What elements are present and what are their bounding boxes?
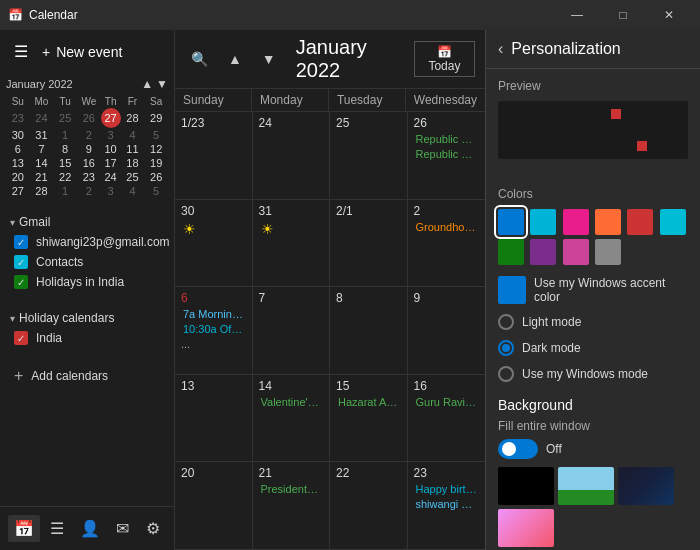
mini-cal-cell[interactable]: 16 — [77, 156, 101, 170]
color-swatch-red[interactable] — [627, 209, 653, 235]
mini-cal-cell[interactable]: 11 — [121, 142, 145, 156]
mail-button[interactable]: ✉ — [110, 515, 135, 542]
light-mode-option[interactable]: Light mode — [498, 309, 688, 335]
new-event-button[interactable]: + New event — [42, 44, 122, 60]
color-swatch-purple[interactable] — [530, 239, 556, 265]
settings-button[interactable]: ⚙ — [140, 515, 166, 542]
color-swatch-blue[interactable] — [498, 209, 524, 235]
mini-cal-cell[interactable]: 26 — [144, 170, 168, 184]
color-swatch-green[interactable] — [498, 239, 524, 265]
mini-cal-cell[interactable]: 28 — [121, 108, 145, 128]
mini-cal-cell[interactable]: 4 — [121, 184, 145, 198]
mini-cal-cell[interactable]: 2 — [77, 128, 101, 142]
mini-cal-cell[interactable]: 26 — [77, 108, 101, 128]
mini-cal-cell[interactable]: 2 — [77, 184, 101, 198]
color-swatch-pink[interactable] — [563, 209, 589, 235]
mini-cal-cell[interactable]: 25 — [53, 108, 77, 128]
calendar-cell[interactable]: 13 — [175, 375, 253, 463]
calendar-cell[interactable]: 30 ☀ — [175, 200, 253, 288]
sidebar-item-gmail[interactable]: ✓ shiwangi23p@gmail.com — [10, 232, 164, 252]
bg-thumb-abstract1[interactable] — [618, 467, 674, 505]
calendar-cell[interactable]: 16 Guru Ravidas Ja... — [408, 375, 486, 463]
mini-cal-cell[interactable]: 4 — [121, 128, 145, 142]
calendar-cell[interactable]: 14 Valentine's Day — [253, 375, 331, 463]
mini-cal-cell[interactable]: 6 — [6, 142, 30, 156]
calendar-cell[interactable]: 23 Happy birthday... shiwangi peswa... — [408, 462, 486, 550]
mini-cal-cell[interactable]: 18 — [121, 156, 145, 170]
calendar-cell[interactable]: 20 — [175, 462, 253, 550]
mini-cal-cell[interactable]: 10 — [101, 142, 121, 156]
calendar-view-button[interactable]: 📅 — [8, 515, 40, 542]
mini-cal-cell[interactable]: 1 — [53, 184, 77, 198]
mini-cal-cell[interactable]: 24 — [30, 108, 54, 128]
mini-cal-today[interactable]: 27 — [101, 108, 121, 128]
calendar-cell[interactable]: 2/1 — [330, 200, 408, 288]
color-swatch-teal[interactable] — [660, 209, 686, 235]
mini-cal-cell[interactable]: 25 — [121, 170, 145, 184]
minimize-button[interactable]: — — [554, 0, 600, 30]
mini-cal-cell[interactable]: 23 — [77, 170, 101, 184]
sidebar-item-contacts[interactable]: ✓ Contacts — [10, 252, 164, 272]
windows-mode-option[interactable]: Use my Windows mode — [498, 361, 688, 387]
sidebar-item-india[interactable]: ✓ India — [10, 328, 164, 348]
panel-back-button[interactable]: ‹ — [498, 40, 503, 58]
mini-cal-prev-button[interactable]: ▲ — [141, 77, 153, 91]
mini-cal-cell[interactable]: 20 — [6, 170, 30, 184]
mini-cal-cell[interactable]: 21 — [30, 170, 54, 184]
fill-window-toggle[interactable] — [498, 439, 538, 459]
mini-cal-cell[interactable]: 15 — [53, 156, 77, 170]
calendar-cell[interactable]: 22 — [330, 462, 408, 550]
mini-cal-cell[interactable]: 9 — [77, 142, 101, 156]
color-swatch-magenta[interactable] — [563, 239, 589, 265]
sidebar-item-holidays-india[interactable]: ✓ Holidays in India — [10, 272, 164, 292]
mini-cal-next-button[interactable]: ▼ — [156, 77, 168, 91]
mini-cal-cell[interactable]: 8 — [53, 142, 77, 156]
color-swatch-gray[interactable] — [595, 239, 621, 265]
today-button[interactable]: 📅 Today — [414, 41, 475, 77]
mini-cal-cell[interactable]: 13 — [6, 156, 30, 170]
bg-thumb-landscape[interactable] — [558, 467, 614, 505]
calendar-cell[interactable]: 7 — [253, 287, 331, 375]
calendar-next-button[interactable]: ▼ — [256, 47, 282, 71]
mini-cal-cell[interactable]: 14 — [30, 156, 54, 170]
mini-cal-cell[interactable]: 23 — [6, 108, 30, 128]
list-view-button[interactable]: ☰ — [44, 515, 70, 542]
mini-cal-cell[interactable]: 3 — [101, 128, 121, 142]
mini-cal-cell[interactable]: 31 — [30, 128, 54, 142]
hamburger-button[interactable]: ☰ — [10, 38, 32, 65]
mini-cal-cell[interactable]: 29 — [144, 108, 168, 128]
mini-cal-cell[interactable]: 5 — [144, 184, 168, 198]
gmail-section-header[interactable]: ▾ Gmail — [10, 212, 164, 232]
bg-thumb-abstract2[interactable] — [498, 509, 554, 547]
calendar-cell[interactable]: 24 — [253, 112, 331, 200]
bg-thumb-black[interactable] — [498, 467, 554, 505]
calendar-cell[interactable]: 2 Groundhog Da... — [408, 200, 486, 288]
calendar-cell[interactable]: 26 Republic Day Republic Day — [408, 112, 486, 200]
holiday-section-header[interactable]: ▾ Holiday calendars — [10, 308, 164, 328]
mini-cal-cell[interactable]: 17 — [101, 156, 121, 170]
add-calendars-button[interactable]: + Add calendars — [10, 364, 164, 388]
people-button[interactable]: 👤 — [74, 515, 106, 542]
accent-color-option[interactable]: Use my Windows accent color — [498, 271, 688, 309]
mini-cal-cell[interactable]: 1 — [53, 128, 77, 142]
mini-cal-cell[interactable]: 3 — [101, 184, 121, 198]
color-swatch-cyan[interactable] — [530, 209, 556, 235]
calendar-search-button[interactable]: 🔍 — [185, 47, 214, 71]
calendar-cell[interactable]: 31 ☀ — [253, 200, 331, 288]
calendar-cell[interactable]: 8 — [330, 287, 408, 375]
dark-mode-option[interactable]: Dark mode — [498, 335, 688, 361]
calendar-cell[interactable]: 15 Hazarat Ali's Bi... — [330, 375, 408, 463]
maximize-button[interactable]: □ — [600, 0, 646, 30]
calendar-cell[interactable]: 1/23 — [175, 112, 253, 200]
calendar-cell[interactable]: 9 — [408, 287, 486, 375]
mini-cal-cell[interactable]: 22 — [53, 170, 77, 184]
calendar-prev-button[interactable]: ▲ — [222, 47, 248, 71]
calendar-cell[interactable]: 21 Presidents' Day — [253, 462, 331, 550]
mini-cal-cell[interactable]: 24 — [101, 170, 121, 184]
mini-cal-cell[interactable]: 5 — [144, 128, 168, 142]
mini-cal-cell[interactable]: 7 — [30, 142, 54, 156]
mini-cal-cell[interactable]: 19 — [144, 156, 168, 170]
mini-cal-cell[interactable]: 30 — [6, 128, 30, 142]
mini-cal-cell[interactable]: 28 — [30, 184, 54, 198]
close-button[interactable]: ✕ — [646, 0, 692, 30]
